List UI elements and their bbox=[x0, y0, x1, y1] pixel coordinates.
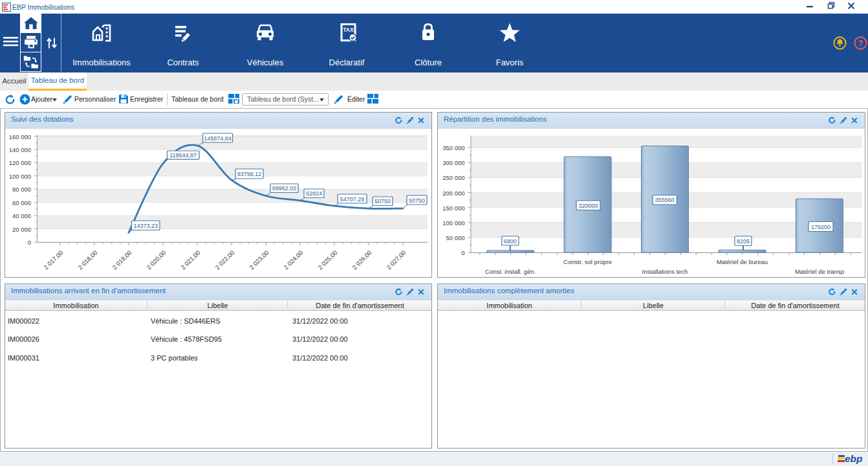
svg-text:2 020,00: 2 020,00 bbox=[145, 249, 167, 271]
svg-text:50750: 50750 bbox=[409, 197, 425, 204]
svg-text:300 000: 300 000 bbox=[442, 159, 464, 166]
svg-text:60 000: 60 000 bbox=[12, 199, 31, 206]
svg-text:2 017,00: 2 017,00 bbox=[42, 249, 64, 271]
svg-text:Constr. sol propre: Constr. sol propre bbox=[563, 258, 612, 265]
svg-text:179200: 179200 bbox=[811, 224, 830, 230]
svg-text:2 025,00: 2 025,00 bbox=[316, 249, 338, 271]
svg-text:150 000: 150 000 bbox=[442, 205, 464, 212]
svg-text:2 023,00: 2 023,00 bbox=[248, 249, 270, 271]
svg-text:2 022,00: 2 022,00 bbox=[213, 249, 235, 271]
svg-text:0: 0 bbox=[28, 239, 31, 246]
svg-text:100 000: 100 000 bbox=[9, 173, 31, 180]
svg-text:54707,29: 54707,29 bbox=[340, 196, 365, 203]
svg-text:TAX: TAX bbox=[343, 27, 354, 33]
svg-text:120 000: 120 000 bbox=[9, 159, 31, 166]
svg-text:62824: 62824 bbox=[306, 190, 322, 197]
svg-text:20 000: 20 000 bbox=[12, 226, 31, 233]
svg-text:118644,87: 118644,87 bbox=[169, 152, 197, 159]
svg-text:200 000: 200 000 bbox=[442, 190, 464, 197]
svg-text:140 000: 140 000 bbox=[9, 146, 31, 153]
svg-text:14373,23: 14373,23 bbox=[133, 223, 158, 229]
svg-text:Matériel de transp: Matériel de transp bbox=[795, 268, 844, 275]
svg-text:2 026,00: 2 026,00 bbox=[351, 249, 373, 271]
svg-text:?: ? bbox=[858, 38, 863, 48]
svg-text:2 021,00: 2 021,00 bbox=[179, 249, 201, 271]
svg-text:100 000: 100 000 bbox=[442, 219, 464, 227]
svg-text:8205: 8205 bbox=[737, 238, 750, 245]
svg-text:93798,12: 93798,12 bbox=[237, 171, 262, 177]
svg-text:160 000: 160 000 bbox=[9, 133, 31, 140]
svg-text:6800: 6800 bbox=[504, 238, 517, 245]
svg-text:320000: 320000 bbox=[578, 203, 598, 209]
svg-text:69962,02: 69962,02 bbox=[272, 185, 297, 192]
svg-text:40 000: 40 000 bbox=[12, 212, 31, 219]
svg-text:350 000: 350 000 bbox=[442, 144, 464, 151]
svg-text:Installations tech: Installations tech bbox=[642, 268, 688, 275]
svg-text:80 000: 80 000 bbox=[12, 186, 31, 193]
svg-text:2 024,00: 2 024,00 bbox=[282, 249, 304, 271]
svg-text:ebp: ebp bbox=[845, 453, 863, 464]
svg-text:0: 0 bbox=[461, 249, 464, 256]
svg-text:145874,84: 145874,84 bbox=[204, 135, 232, 142]
svg-text:2 019,00: 2 019,00 bbox=[111, 249, 133, 271]
svg-text:355560: 355560 bbox=[655, 197, 675, 203]
svg-text:250 000: 250 000 bbox=[442, 174, 464, 181]
svg-text:2 027,00: 2 027,00 bbox=[385, 249, 407, 271]
svg-text:50 000: 50 000 bbox=[446, 234, 464, 241]
svg-text:2 018,00: 2 018,00 bbox=[76, 249, 98, 271]
svg-text:Matériel de bureau: Matériel de bureau bbox=[717, 258, 768, 265]
svg-text:Const. install. gén.: Const. install. gén. bbox=[485, 268, 536, 275]
svg-text:50750: 50750 bbox=[374, 198, 391, 205]
